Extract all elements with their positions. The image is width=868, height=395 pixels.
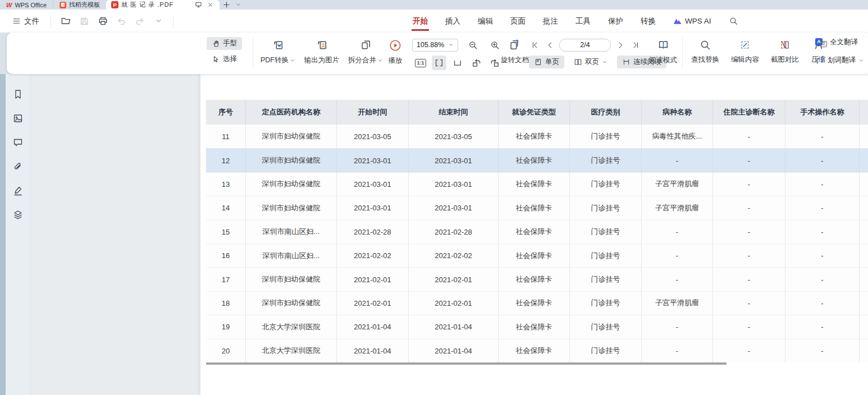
column-header: 开始时间 [337, 100, 409, 125]
page-number-input[interactable]: 2/4 [559, 39, 611, 52]
table-row: 11深圳市妇幼保健院2021-03-052021-03-05社会保障卡门诊挂号病… [206, 125, 868, 148]
table-cell [860, 244, 868, 267]
hand-tool-button[interactable]: 手型 [207, 37, 242, 50]
pdf-convert-button[interactable]: PDF转换 [258, 33, 298, 74]
comment-icon[interactable] [11, 136, 25, 149]
menu-item-comment[interactable]: 批注 [542, 10, 559, 33]
close-tab-icon[interactable] [205, 0, 214, 10]
table-cell: - [785, 221, 860, 244]
table-cell: 2021-03-05 [337, 125, 409, 148]
split-merge-button[interactable]: 拆分合并 [345, 33, 386, 74]
previous-page-icon[interactable] [544, 38, 555, 52]
tab-label: WPS Office [15, 2, 47, 8]
save-icon[interactable] [77, 15, 91, 28]
table-cell: 子宫平滑肌瘤 [642, 173, 713, 196]
table-cell: - [785, 315, 860, 338]
single-page-view-button[interactable]: 单页 [529, 56, 564, 68]
select-tool-button[interactable]: 选择 [207, 53, 242, 66]
table-cell: - [642, 268, 713, 291]
tab-list-chevron-icon[interactable] [233, 0, 243, 10]
signature-pen-icon[interactable] [11, 184, 25, 198]
table-cell: 社会保障卡 [499, 221, 570, 244]
first-page-icon[interactable] [529, 38, 540, 52]
word-translate-button[interactable]: x A 划词翻译 [815, 56, 864, 65]
table-cell: 14 [206, 196, 246, 219]
side-toolbar [6, 74, 31, 395]
menu-item-edit[interactable]: 编辑 [477, 10, 494, 33]
table-row: 12深圳市妇幼保健院2021-03-012021-03-01社会保障卡门诊挂号-… [206, 148, 868, 172]
find-replace-button[interactable]: 查找替换 [687, 33, 723, 74]
bookmark-icon[interactable] [11, 88, 25, 101]
menu-item-page[interactable]: 页面 [509, 10, 527, 33]
zoom-level-select[interactable]: 105.88% [412, 39, 458, 52]
table-cell [860, 125, 868, 148]
last-page-icon[interactable] [630, 38, 641, 52]
tab-docer-templates[interactable]: 找稻壳模板 [53, 0, 106, 10]
screenshot-compare-button[interactable]: 截图对比 [767, 33, 803, 74]
table-cell: 社会保障卡 [499, 196, 570, 219]
table-cell: 2021-03-01 [409, 149, 499, 172]
table-cell: 社会保障卡 [499, 268, 570, 291]
new-tab-button[interactable] [220, 0, 233, 10]
screenshot-compare-icon [779, 39, 791, 51]
menu-item-convert[interactable]: 转换 [639, 10, 657, 33]
table-cell: 病毒性其他疾... [642, 125, 713, 148]
layers-icon[interactable] [11, 208, 25, 222]
read-mode-button[interactable]: 阅读模式 [646, 33, 680, 65]
play-slideshow-button[interactable]: 播放 [382, 33, 409, 66]
fit-width-button[interactable] [432, 56, 446, 70]
double-page-view-button[interactable]: 双页 [569, 56, 613, 68]
thumbnail-icon[interactable] [11, 112, 25, 125]
tab-document-pdf[interactable]: P 就 医 记 录 .PDF [106, 0, 220, 10]
next-page-icon[interactable] [615, 38, 626, 52]
table-cell: - [713, 339, 785, 362]
fit-page-button[interactable] [450, 56, 465, 70]
menu-item-wps-ai[interactable]: WPS AI [672, 10, 712, 33]
undo-icon[interactable] [115, 15, 128, 28]
rotate-document-button[interactable]: 旋转文档 [496, 33, 533, 65]
column-header: 病种名称 [642, 100, 713, 125]
pdf-page: 序号定点医药机构名称开始时间结束时间就诊凭证类型医疗类别病种名称住院主诊断名称手… [200, 74, 868, 395]
monitor-icon[interactable] [194, 0, 203, 10]
table-cell: 2021-02-01 [337, 268, 409, 291]
more-commands-chevron-icon[interactable] [152, 15, 165, 28]
table-row: 14深圳市妇幼保健院2021-03-012021-03-01社会保障卡门诊挂号子… [206, 196, 868, 219]
book-icon [657, 39, 670, 52]
menu-item-protect[interactable]: 保护 [607, 10, 624, 33]
actual-size-button[interactable]: 1:1 [413, 56, 428, 70]
edit-content-icon [739, 39, 751, 51]
column-header: 结束时间 [409, 100, 499, 125]
single-page-icon [534, 58, 542, 66]
table-bottom-edge [206, 362, 727, 365]
search-icon[interactable] [728, 10, 739, 33]
rotate-left-icon[interactable] [469, 56, 483, 70]
find-replace-icon [699, 39, 711, 51]
tab-wps-office[interactable]: W WPS Office [0, 0, 53, 10]
menu-bar: 文件 开始 插入 编辑 页面 批注 工具 保护 转换 [0, 10, 868, 33]
menu-item-home[interactable]: 开始 [412, 10, 429, 33]
edit-content-button[interactable]: 编辑内容 [727, 33, 763, 74]
main-area: 序号定点医药机构名称开始时间结束时间就诊凭证类型医疗类别病种名称住院主诊断名称手… [0, 74, 868, 395]
menu-item-insert[interactable]: 插入 [444, 10, 462, 33]
table-cell: 19 [206, 315, 246, 338]
full-text-translate-button[interactable]: A文 全文翻译 [815, 38, 858, 47]
table-cell: 深圳市妇幼保健院 [246, 196, 337, 219]
column-header: 序号 [206, 100, 246, 125]
docer-logo-icon [60, 2, 66, 8]
table-row: 18深圳市妇幼保健院2021-02-012021-02-01社会保障卡门诊挂号子… [206, 291, 868, 315]
print-icon[interactable] [96, 15, 109, 28]
table-cell: 社会保障卡 [499, 339, 570, 362]
menu-item-tools[interactable]: 工具 [574, 10, 592, 33]
table-cell: 社会保障卡 [499, 244, 570, 267]
table-row: 17深圳市妇幼保健院2021-02-012021-02-01社会保障卡门诊挂号-… [206, 267, 868, 291]
table-cell: - [642, 149, 713, 172]
table-cell: 社会保障卡 [499, 292, 570, 315]
zoom-out-icon[interactable] [465, 38, 480, 52]
column-header: 定点医药机构名称 [246, 100, 337, 125]
export-as-image-button[interactable]: 输出为图片 [300, 33, 343, 74]
attachment-icon[interactable] [11, 160, 25, 173]
panel-grip[interactable] [0, 74, 6, 395]
open-file-icon[interactable] [59, 15, 72, 28]
redo-icon[interactable] [133, 15, 147, 28]
file-menu-button[interactable]: 文件 [9, 14, 43, 29]
